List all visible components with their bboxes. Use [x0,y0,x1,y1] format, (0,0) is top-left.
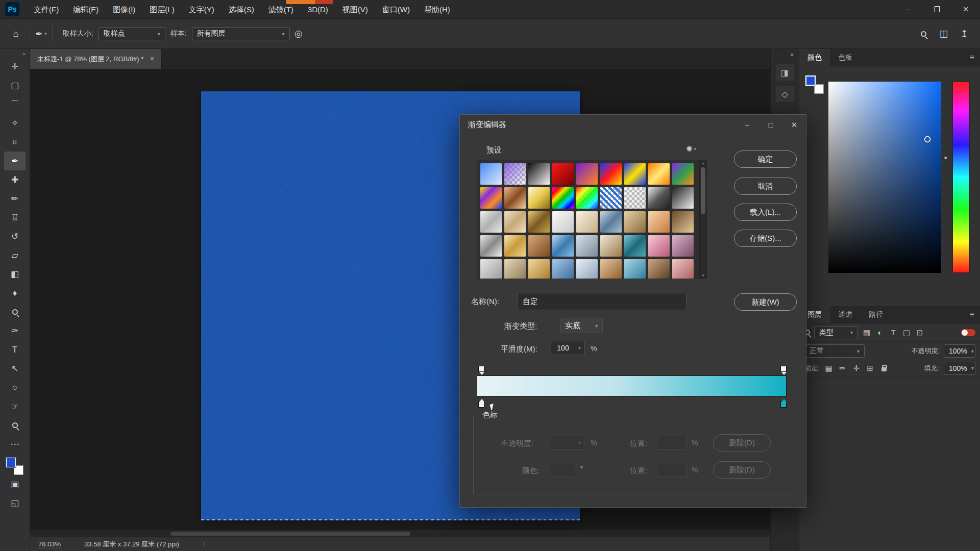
type-tool[interactable]: T [4,340,26,359]
hue-slider[interactable] [952,82,970,273]
gradient-preset-43[interactable] [648,259,670,279]
mini-color-swatches[interactable] [805,76,824,94]
color-stop-left[interactable] [478,402,484,408]
menu-item-1[interactable]: 编辑(E) [66,0,106,19]
gradient-preset-38[interactable] [528,259,550,279]
gradient-type-dropdown[interactable]: 实底 [560,318,603,333]
panel-menu-icon[interactable]: ≡ [964,306,980,323]
marquee-tool[interactable]: ▢ [4,76,26,95]
move-tool[interactable]: ✛ [4,57,26,76]
stop-color-swatch[interactable] [551,463,575,477]
gradient-preset-34[interactable] [648,235,670,257]
gradient-preset-21[interactable] [552,211,574,233]
gradient-preset-41[interactable] [600,259,622,279]
menu-item-3[interactable]: 图层(L) [142,0,181,19]
dialog-close-button[interactable]: ✕ [782,115,806,135]
clone-stamp-tool[interactable]: ♖ [4,208,26,227]
close-button[interactable]: ✕ [951,0,980,19]
gradient-preset-11[interactable] [528,187,550,209]
restore-button[interactable] [923,0,951,19]
document-tab[interactable]: 未标题-1 @ 78% (图层 2, RGB/8#) * ✕ [30,49,162,69]
gradient-preset-8[interactable] [672,163,694,185]
dock-panel-icon-1[interactable]: ◨ [776,64,794,81]
filter-smart-object-icon[interactable]: ⊡ [915,328,924,337]
fill-dropdown[interactable]: 100% [944,362,975,375]
gradient-preset-27[interactable] [480,235,502,257]
lasso-tool[interactable]: ⌒ [4,95,26,114]
filter-type-dropdown[interactable]: 类型 [814,326,858,339]
gradient-preset-19[interactable] [504,211,526,233]
smoothness-dropdown-chevron[interactable] [575,341,584,355]
gradient-preset-15[interactable] [624,187,646,209]
preset-scroll-thumb[interactable] [701,167,705,214]
sample-scope-dropdown[interactable]: 所有图层 [192,27,290,40]
gradient-preset-10[interactable] [504,187,526,209]
menu-item-0[interactable]: 文件(F) [27,0,66,19]
scroll-up-icon[interactable]: ▴ [702,161,704,165]
color-swatch-widget[interactable] [6,458,23,475]
lock-position-ic[interactable]: ✛ [852,364,861,373]
gradient-preset-1[interactable] [504,163,526,185]
gradient-preset-29[interactable] [528,235,550,257]
gradient-preset-13[interactable] [576,187,598,209]
quick-selection-tool[interactable]: ✧ [4,114,26,133]
gradient-preset-26[interactable] [672,211,694,233]
opacity-dropdown[interactable]: 100% [944,344,975,358]
opacity-stop-left[interactable] [478,366,484,372]
dialog-titlebar[interactable]: 渐变编辑器 – □ ✕ [460,115,806,135]
status-chevron-icon[interactable]: 〉 [203,540,209,549]
lock-paint-ic[interactable]: ✏ [838,364,847,373]
gradient-preset-9[interactable] [480,187,502,209]
menu-item-9[interactable]: 窗口(W) [375,0,417,19]
sample-size-dropdown[interactable]: 取样点 [99,27,165,40]
sample-ring-icon[interactable]: ◎ [290,28,307,39]
menu-item-10[interactable]: 帮助(H) [417,0,457,19]
gradient-preset-40[interactable] [576,259,598,279]
filter-shape-icon[interactable]: ▢ [902,328,911,337]
tab-paths[interactable]: 路径 [861,306,891,323]
gradient-preset-28[interactable] [504,235,526,257]
gradient-preset-17[interactable] [672,187,694,209]
gradient-preset-20[interactable] [528,211,550,233]
gradient-preset-32[interactable] [600,235,622,257]
stop-opacity-chevron[interactable] [575,436,584,450]
tab-color[interactable]: 颜色 [799,49,830,66]
new-button[interactable]: 新建(W) [734,293,797,311]
preset-scrollbar[interactable]: ▴ ▾ [699,160,706,279]
gradient-preset-36[interactable] [480,259,502,279]
mini-foreground-swatch[interactable] [805,76,816,86]
ellipse-tool[interactable]: ○ [4,378,26,397]
menu-item-5[interactable]: 选择(S) [222,0,261,19]
close-tab-icon[interactable]: ✕ [150,56,154,62]
gradient-preset-30[interactable] [552,235,574,257]
blend-mode-dropdown[interactable]: 正常 [804,344,865,358]
blur-tool[interactable]: ♦ [4,284,26,303]
gradient-preset-25[interactable] [648,211,670,233]
toolbar-collapse-icon[interactable]: » [22,50,30,57]
gradient-preset-4[interactable] [576,163,598,185]
gradient-preset-23[interactable] [600,211,622,233]
filter-toggle[interactable] [961,329,975,336]
picker-marker[interactable] [924,136,931,142]
dodge-tool[interactable] [4,303,26,321]
menu-item-8[interactable]: 视图(V) [335,0,375,19]
presets-gear-icon[interactable]: ✺ ▾ [686,144,696,154]
share-icon[interactable]: ↥ [955,28,973,39]
zoom-tool[interactable] [4,416,26,435]
gradient-preset-42[interactable] [624,259,646,279]
load-button[interactable]: 载入(L)... [734,204,797,221]
gradient-preset-16[interactable] [648,187,670,209]
dialog-minimize-button[interactable]: – [736,115,759,135]
dock-collapse-icon[interactable]: « [790,49,799,59]
saturation-brightness-picker[interactable] [828,82,941,273]
stop-color-chevron[interactable]: ▾ [580,464,583,470]
menu-item-4[interactable]: 文字(Y) [182,0,222,19]
panel-menu-icon[interactable]: ≡ [964,49,980,66]
filter-type-icon[interactable]: T [889,328,898,337]
dialog-maximize-button[interactable]: □ [759,115,782,135]
screen-mode-icon[interactable]: ◱ [4,494,26,513]
hand-tool[interactable]: ☞ [4,397,26,416]
foreground-color-swatch[interactable] [6,458,16,467]
stop-location-input-1[interactable] [657,436,687,450]
stop-opacity-input[interactable] [551,436,575,450]
